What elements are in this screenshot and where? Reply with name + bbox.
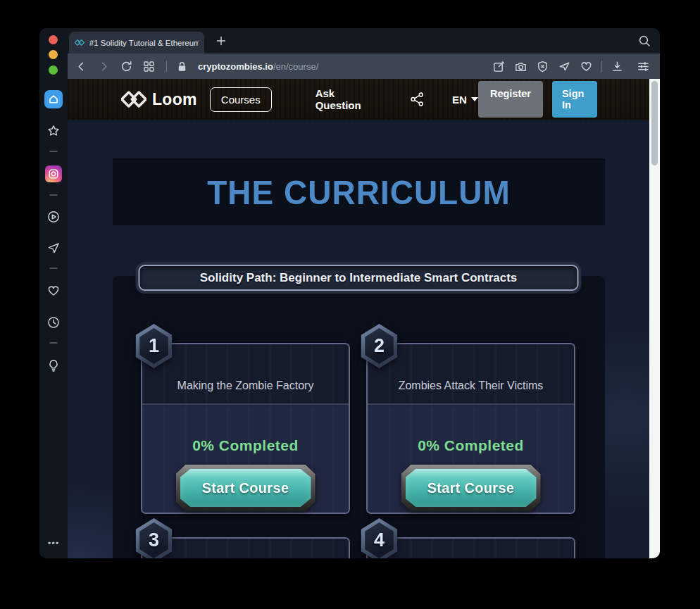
toolbar-divider	[166, 61, 167, 72]
search-icon[interactable]	[637, 34, 651, 48]
language-dropdown[interactable]: EN	[452, 94, 478, 106]
zoom-button[interactable]	[49, 65, 58, 75]
forward-icon[interactable]	[97, 60, 111, 73]
url-domain: cryptozombies.io	[198, 61, 273, 72]
address-bar[interactable]: cryptozombies.io/en/course/	[198, 61, 318, 72]
apps-grid-icon[interactable]	[142, 60, 156, 73]
progress-label: 0% Completed	[142, 437, 349, 454]
curriculum-section: THE CURRICULUM Solidity Path: Beginner t…	[68, 120, 649, 558]
loom-logo-icon[interactable]	[121, 89, 146, 110]
sign-in-button[interactable]: Sign In	[552, 81, 597, 118]
chevron-down-icon	[471, 97, 478, 101]
more-options-icon[interactable]: •••	[39, 538, 68, 548]
path-banner: Solidity Path: Beginner to Intermediate …	[139, 265, 579, 291]
play-circle-icon[interactable]	[45, 208, 62, 225]
site-header: Loom Courses Ask Question EN Register Si…	[68, 79, 649, 120]
download-icon[interactable]	[611, 60, 624, 73]
course-card[interactable]: 2 Zombies Attack Their Victims 0% Comple…	[366, 343, 575, 514]
course-number-badge: 4	[359, 518, 399, 558]
course-card[interactable]: 1 Making the Zombie Factory 0% Completed…	[141, 343, 350, 514]
sidebar-divider	[49, 342, 58, 344]
course-number-badge: 3	[134, 518, 174, 558]
share-nodes-icon[interactable]	[408, 90, 425, 108]
favicon-loom-knot-icon	[75, 38, 85, 47]
sliders-icon[interactable]	[637, 60, 650, 73]
course-number-badge: 1	[134, 324, 174, 368]
sidebar-divider	[49, 194, 58, 196]
sidebar-divider	[49, 151, 58, 152]
start-course-button[interactable]: Start Course	[176, 465, 315, 511]
course-card[interactable]: 4	[366, 537, 575, 558]
register-button[interactable]: Register	[478, 81, 543, 118]
lock-icon[interactable]	[175, 60, 189, 73]
browser-toolbar: cryptozombies.io/en/course/	[68, 54, 660, 79]
scrollbar-track[interactable]	[649, 79, 660, 558]
clock-icon[interactable]	[45, 314, 62, 331]
url-path: en/course/	[276, 61, 319, 72]
minimize-button[interactable]	[49, 50, 58, 59]
tab-bar: #1 Solidity Tutorial & Ethereum B	[68, 28, 660, 54]
reload-icon[interactable]	[120, 60, 133, 73]
page-viewport: Loom Courses Ask Question EN Register Si…	[68, 79, 660, 558]
heart-icon[interactable]	[45, 282, 62, 299]
page-title: THE CURRICULUM	[207, 172, 511, 211]
send-icon[interactable]	[45, 239, 62, 256]
browser-sidebar: •••	[39, 28, 68, 558]
tab-title: #1 Solidity Tutorial & Ethereum B	[89, 39, 199, 47]
camera-icon[interactable]	[514, 60, 527, 73]
browser-window: ••• #1 Solidity Tutorial & Ethereum B	[39, 28, 660, 558]
start-course-button[interactable]: Start Course	[401, 465, 541, 511]
heart-icon[interactable]	[580, 60, 593, 73]
hero-title-panel: THE CURRICULUM	[113, 158, 605, 225]
send-icon[interactable]	[558, 60, 571, 73]
compose-icon[interactable]	[492, 60, 506, 73]
shield-x-icon[interactable]	[536, 60, 549, 73]
instagram-icon[interactable]	[45, 165, 62, 182]
close-button[interactable]	[49, 35, 58, 44]
course-title: Zombies Attack Their Victims	[399, 379, 544, 392]
path-title: Solidity Path: Beginner to Intermediate …	[200, 271, 518, 285]
courses-panel: 1 Making the Zombie Factory 0% Completed…	[113, 276, 605, 558]
course-title: Making the Zombie Factory	[177, 379, 314, 392]
courses-button[interactable]: Courses	[210, 87, 272, 112]
lightbulb-icon[interactable]	[45, 357, 62, 374]
course-card[interactable]: 3	[141, 537, 350, 558]
brand-name[interactable]: Loom	[152, 90, 197, 109]
progress-label: 0% Completed	[368, 437, 574, 454]
course-number-badge: 2	[359, 324, 399, 368]
toolbar-divider	[601, 61, 602, 72]
sidebar-divider	[49, 268, 58, 269]
ask-question-link[interactable]: Ask Question	[315, 87, 379, 111]
home-icon[interactable]	[44, 90, 63, 108]
star-icon[interactable]	[45, 123, 62, 139]
new-tab-button[interactable]	[214, 34, 228, 48]
scrollbar-thumb[interactable]	[651, 81, 658, 165]
back-icon[interactable]	[75, 60, 88, 73]
active-tab[interactable]: #1 Solidity Tutorial & Ethereum B	[69, 32, 204, 54]
